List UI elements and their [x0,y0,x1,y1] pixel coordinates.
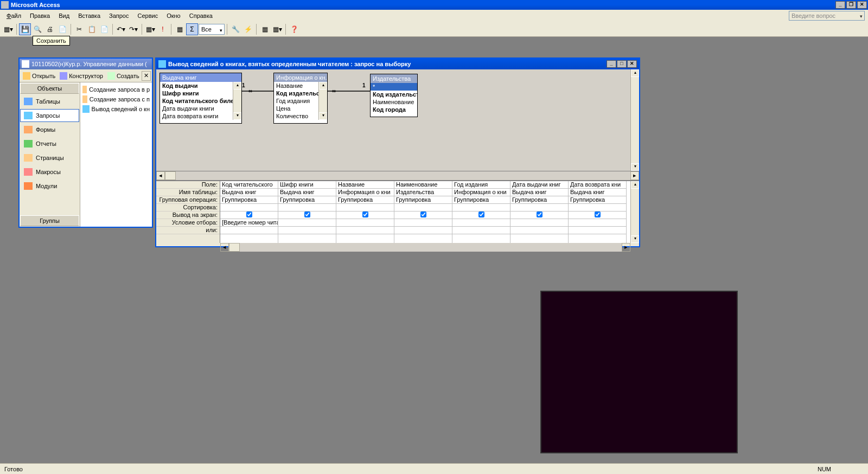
show-table-button[interactable]: ▦ [174,23,186,35]
cell-show[interactable] [510,212,568,219]
nav-queries[interactable]: Запросы [20,109,79,122]
grid-vscrollbar[interactable]: ▴▾ [630,181,639,243]
query-design-grid[interactable]: Поле: Имя таблицы: Групповая операция: С… [156,180,639,243]
cell-or[interactable] [394,227,452,234]
cell-criteria[interactable] [336,219,394,227]
cell-sort[interactable] [510,204,568,212]
query-designer-window[interactable]: Вывод сведений о книгах, взятых определе… [155,57,640,247]
table1-field-4[interactable]: Дата возврата книги [160,112,241,120]
query-item-1[interactable]: Вывод сведений о кн [81,104,151,114]
redo-button[interactable]: ↷▾ [127,23,139,35]
nav-groups-header[interactable]: Группы [20,215,79,226]
cell-sort[interactable] [569,204,626,212]
properties-button[interactable]: 🔧 [229,23,241,35]
cell-table[interactable]: Информация о кни [452,189,510,196]
cell-field[interactable]: Дата выдачи книг [510,181,568,189]
grid-col-3[interactable]: НаименованиеИздательстваГруппировка [394,181,452,243]
grid-columns[interactable]: Код читательскогоВыдача книгГруппировка[… [220,181,630,243]
database-window[interactable]: 10110502(н)Кур.р. Управление данными ( О… [18,57,153,228]
diagram-hscrollbar[interactable]: ◂ ▸ [156,171,639,180]
cell-or[interactable] [569,227,626,234]
cell-show[interactable] [278,212,336,219]
help-question-input[interactable]: Введите вопрос [789,11,865,21]
print-preview-button[interactable]: 📄 [56,23,68,35]
table1-field-2[interactable]: Код читательского билета [160,97,241,105]
table2-header[interactable]: Информация о кн... [274,73,327,82]
grid-col-6[interactable]: Дата возврата книВыдача книгГруппировка [569,181,627,243]
restore-button[interactable]: ❐ [846,1,856,9]
cell-show[interactable] [452,212,510,219]
qwin-minimize[interactable]: _ [607,60,616,68]
grid-col-5[interactable]: Дата выдачи книгВыдача книгГруппировка [510,181,569,243]
table3-field-3[interactable]: Код города [371,106,417,113]
help-button[interactable]: ❓ [288,23,300,35]
table-diagram-pane[interactable]: 1 ∞ ∞ 1 Выдача книг Код выдачи Шифр книг… [156,69,639,171]
menu-help[interactable]: Справка [186,11,216,20]
cell-or[interactable] [278,227,336,234]
create-query-design[interactable]: Создание запроса в р [81,85,151,94]
nav-macros[interactable]: Макросы [20,165,79,178]
cell-groupop[interactable]: Группировка [278,196,336,204]
cell-groupop[interactable]: Группировка [452,196,510,204]
menu-insert[interactable]: Вставка [75,11,104,20]
cell-groupop[interactable]: Группировка [569,196,626,204]
build-button[interactable]: ⚡ [242,23,254,35]
show-checkbox[interactable] [246,212,252,217]
dbwin-design-button[interactable]: Конструктор [58,71,105,81]
show-checkbox[interactable] [362,212,368,217]
new-object-button[interactable]: ▦▾ [271,23,283,35]
cell-or[interactable] [510,227,568,234]
menu-view[interactable]: Вид [55,11,73,20]
table3-field-1[interactable]: Код издательст [371,91,417,98]
cell-sort[interactable] [394,204,452,212]
cell-field[interactable]: Шифр книги [278,181,336,189]
qwin-maximize[interactable]: □ [617,60,627,68]
cell-sort[interactable] [220,204,278,212]
cell-criteria[interactable] [510,219,568,227]
cell-table[interactable]: Издательства [394,189,452,196]
cell-groupop[interactable]: Группировка [336,196,394,204]
cell-table[interactable]: Выдача книг [220,189,278,196]
cell-table[interactable]: Выдача книг [278,189,336,196]
undo-button[interactable]: ↶▾ [115,23,127,35]
grid-col-4[interactable]: Год изданияИнформация о книГруппировка [452,181,510,243]
table1-field-1[interactable]: Шифр книги [160,89,241,97]
minimize-button[interactable]: _ [835,1,845,9]
dbwin-open-button[interactable]: Открыть [21,71,58,81]
top-values-combo[interactable]: Все [199,24,225,35]
qwin-close[interactable]: ✕ [627,60,637,68]
table1-scrollbar[interactable]: ▴▾ [233,82,241,120]
dbwin-new-button[interactable]: Создать [105,71,142,81]
grid-col-0[interactable]: Код читательскогоВыдача книгГруппировка[… [220,181,278,243]
menu-edit[interactable]: Правка [27,11,53,20]
cell-show[interactable] [569,212,626,219]
run-button[interactable]: ! [157,23,169,35]
nav-tables[interactable]: Таблицы [20,95,79,108]
nav-pages[interactable]: Страницы [20,151,79,164]
cut-button[interactable]: ✂ [73,23,85,35]
menu-query[interactable]: Запрос [106,11,132,20]
close-button[interactable]: ✕ [857,1,867,9]
nav-forms[interactable]: Формы [20,123,79,136]
cell-criteria[interactable] [394,219,452,227]
show-checkbox[interactable] [420,212,426,217]
cell-or[interactable] [452,227,510,234]
cell-field[interactable]: Название [336,181,394,189]
show-checkbox[interactable] [478,212,484,217]
dbwin-delete-button[interactable]: ✕ [142,71,151,81]
menu-window[interactable]: Окно [163,11,184,20]
nav-reports[interactable]: Отчеты [20,137,79,150]
cell-groupop[interactable]: Группировка [220,196,278,204]
table3-field-2[interactable]: Наименование [371,98,417,106]
cell-criteria[interactable] [569,219,626,227]
totals-button[interactable]: Σ [186,23,198,35]
grid-col-1[interactable]: Шифр книгиВыдача книгГруппировка [278,181,336,243]
table-box-3[interactable]: Издательства * Код издательст Наименован… [370,74,418,117]
paste-button[interactable]: 📄 [98,23,110,35]
cell-criteria[interactable]: [Введите номер читат [220,219,278,227]
view-dropdown-button[interactable]: ▦▾ [2,23,14,35]
dbwin-titlebar[interactable]: 10110502(н)Кур.р. Управление данными ( [20,59,152,69]
table3-header[interactable]: Издательства [371,74,417,83]
cell-field[interactable]: Наименование [394,181,452,189]
qwin-titlebar[interactable]: Вывод сведений о книгах, взятых определе… [156,59,639,69]
